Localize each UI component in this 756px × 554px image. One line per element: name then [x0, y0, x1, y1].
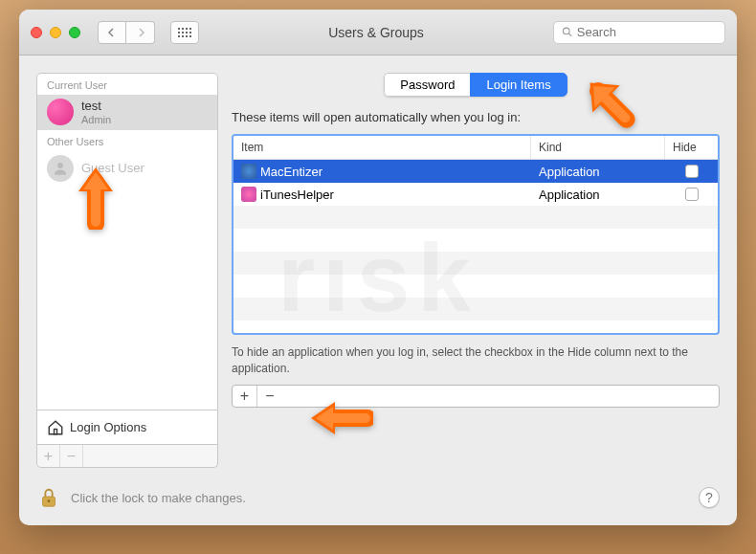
- item-kind: Application: [531, 188, 665, 202]
- window-controls: [31, 27, 80, 38]
- add-user-button[interactable]: +: [37, 445, 60, 467]
- home-icon: [47, 419, 64, 436]
- table-row-empty: [233, 229, 718, 252]
- user-role: Admin: [81, 114, 111, 126]
- tab-password[interactable]: Password: [384, 73, 470, 97]
- preferences-window: Users & Groups Current User test Admin O…: [19, 10, 737, 525]
- avatar-icon: [47, 99, 74, 125]
- hide-checkbox[interactable]: [685, 188, 699, 201]
- minimize-button[interactable]: [50, 27, 61, 38]
- table-row[interactable]: iTunesHelper Application: [233, 183, 718, 206]
- lock-button[interactable]: [36, 485, 61, 510]
- tab-segment: Password Login Items: [384, 73, 567, 97]
- app-icon: [241, 164, 256, 179]
- help-button[interactable]: ?: [699, 487, 720, 508]
- table-row-empty: [233, 298, 718, 321]
- forward-button[interactable]: [126, 21, 155, 44]
- zoom-button[interactable]: [69, 27, 80, 38]
- item-add-remove-bar: + −: [232, 385, 720, 408]
- user-row-test[interactable]: test Admin: [37, 95, 217, 130]
- login-items-table: Item Kind Hide MacEntizer Application iT…: [232, 134, 720, 335]
- hint-text: To hide an application when you log in, …: [232, 344, 720, 377]
- current-user-header: Current User: [37, 74, 217, 95]
- item-name: MacEntizer: [260, 165, 322, 179]
- svg-point-2: [57, 163, 63, 168]
- guest-user-name: Guest User: [81, 161, 145, 176]
- user-list: Current User test Admin Other Users Gues…: [36, 73, 218, 410]
- remove-user-button[interactable]: −: [60, 445, 83, 467]
- show-all-button[interactable]: [170, 21, 199, 44]
- svg-line-1: [568, 33, 571, 36]
- main-panel: Password Login Items These items will op…: [232, 73, 720, 468]
- back-button[interactable]: [98, 21, 126, 44]
- svg-point-0: [563, 28, 569, 34]
- description-text: These items will open automatically when…: [232, 110, 720, 124]
- search-field[interactable]: [553, 21, 725, 44]
- close-button[interactable]: [31, 27, 42, 38]
- tab-login-items[interactable]: Login Items: [470, 73, 567, 97]
- login-options-button[interactable]: Login Options: [36, 410, 218, 445]
- item-kind: Application: [531, 165, 665, 179]
- table-row[interactable]: MacEntizer Application: [233, 160, 718, 183]
- table-row-empty: [233, 275, 718, 298]
- user-row-guest[interactable]: Guest User: [37, 151, 217, 186]
- lock-icon: [38, 487, 59, 508]
- remove-item-button[interactable]: −: [257, 386, 282, 407]
- svg-rect-3: [55, 429, 57, 433]
- add-item-button[interactable]: +: [233, 386, 257, 407]
- nav-buttons: [98, 21, 155, 44]
- table-row-empty: [233, 252, 718, 275]
- window-title: Users & Groups: [207, 25, 545, 40]
- search-icon: [562, 26, 573, 38]
- guest-avatar-icon: [47, 155, 74, 182]
- table-header: Item Kind Hide: [233, 136, 718, 160]
- lock-text: Click the lock to make changes.: [71, 491, 689, 505]
- svg-point-5: [48, 499, 51, 502]
- table-row-empty: [233, 206, 718, 229]
- other-users-header: Other Users: [37, 130, 217, 151]
- app-icon: [241, 187, 256, 202]
- item-name: iTunesHelper: [260, 188, 334, 202]
- col-item-header[interactable]: Item: [233, 136, 531, 159]
- user-add-remove-bar: + −: [36, 445, 218, 468]
- footer: Click the lock to make changes. ?: [19, 485, 737, 525]
- search-input[interactable]: [577, 25, 717, 39]
- user-name: test: [81, 99, 111, 114]
- col-kind-header[interactable]: Kind: [531, 136, 665, 159]
- hide-checkbox[interactable]: [685, 165, 699, 178]
- login-options-label: Login Options: [70, 420, 146, 434]
- col-hide-header[interactable]: Hide: [665, 136, 718, 159]
- titlebar: Users & Groups: [19, 10, 737, 55]
- sidebar: Current User test Admin Other Users Gues…: [36, 73, 218, 468]
